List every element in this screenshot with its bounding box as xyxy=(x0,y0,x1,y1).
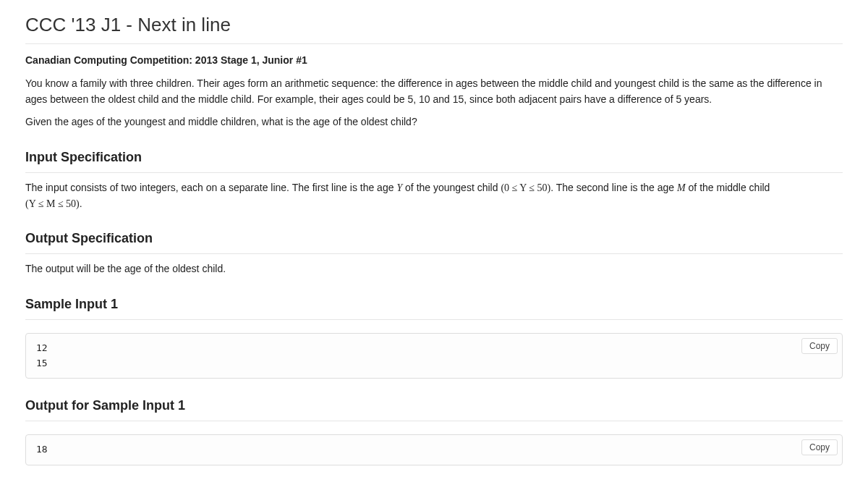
sample-input-1-box: Copy 12 15 xyxy=(25,333,843,379)
variable-Y: Y xyxy=(396,182,402,193)
input-spec-mid1: of the youngest child xyxy=(402,182,501,193)
sample-input-1-heading: Sample Input 1 xyxy=(25,295,843,320)
output-spec-text: The output will be the age of the oldest… xyxy=(25,261,843,277)
range-M: (Y ≤ M ≤ 50) xyxy=(25,198,80,209)
competition-subtitle: Canadian Computing Competition: 2013 Sta… xyxy=(25,53,843,69)
output-spec-heading: Output Specification xyxy=(25,229,843,254)
problem-paragraph-1: You know a family with three children. T… xyxy=(25,76,843,107)
sample-output-1-code: 18 xyxy=(36,442,832,457)
sample-output-1-box: Copy 18 xyxy=(25,434,843,465)
copy-button[interactable]: Copy xyxy=(801,439,838,455)
sample-input-1-code: 12 15 xyxy=(36,341,832,371)
variable-M: M xyxy=(677,182,686,193)
input-spec-post: . xyxy=(80,198,82,209)
input-spec-mid3: of the middle child xyxy=(686,182,770,193)
problem-paragraph-2: Given the ages of the youngest and middl… xyxy=(25,114,843,130)
page-title: CCC '13 J1 - Next in line xyxy=(25,10,843,44)
range-Y: (0 ≤ Y ≤ 50) xyxy=(501,182,550,193)
input-spec-pre: The input consists of two integers, each… xyxy=(25,182,396,193)
copy-button[interactable]: Copy xyxy=(801,338,838,354)
input-spec-text: The input consists of two integers, each… xyxy=(25,180,843,211)
input-spec-heading: Input Specification xyxy=(25,148,843,173)
sample-output-1-heading: Output for Sample Input 1 xyxy=(25,396,843,421)
input-spec-mid2: . The second line is the age xyxy=(550,182,677,193)
